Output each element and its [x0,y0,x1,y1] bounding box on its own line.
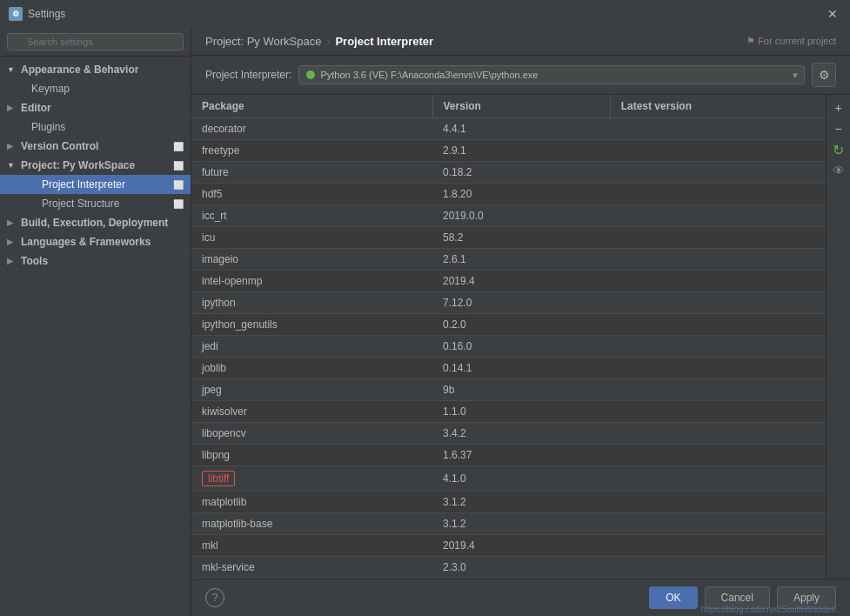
sidebar-item-label: Appearance & Behavior [21,64,184,76]
arrow-icon: ▶ [7,142,17,151]
col-version: Version [432,95,610,118]
table-wrapper[interactable]: Package Version Latest version decorator… [191,95,826,579]
package-version: 2.9.1 [432,140,610,162]
bottom-bar: ? OK Cancel Apply https://blog.csdn.net/… [191,579,850,616]
ok-button[interactable]: OK [649,586,697,609]
title-bar: ⚙ Settings ✕ [0,0,850,28]
arrow-icon: ▼ [7,65,17,74]
table-row[interactable]: intel-openmp2019.4 [191,271,826,292]
package-version: 7.12.0 [432,292,610,314]
table-row[interactable]: libpng1.6.37 [191,445,826,466]
package-version: 4.1.0 [432,466,610,492]
for-current-project-text: ⚑ For current project [746,36,836,47]
package-version: 2019.0.0 [432,205,610,227]
package-name: decorator [191,118,432,140]
table-row[interactable]: future0.18.2 [191,162,826,184]
sidebar-item-plugins[interactable]: Plugins [0,117,191,137]
for-current-project: ⚑ For current project [746,36,836,47]
main-content: Project: Py WorkSpace › Project Interpre… [191,28,850,616]
sidebar-item-label: Build, Execution, Deployment [21,217,184,229]
package-version: 2.3.0 [432,557,610,579]
package-version: 0.2.0 [432,314,610,336]
package-name: icu [191,227,432,249]
package-latest-version [610,401,826,423]
help-button[interactable]: ? [205,588,224,607]
table-row[interactable]: icu58.2 [191,227,826,249]
breadcrumb-separator: › [326,36,330,48]
sidebar-item-keymap[interactable]: Keymap [0,79,191,98]
package-latest-version [610,535,826,557]
eye-button[interactable]: 👁 [829,161,848,180]
highlighted-package-label: libtiff [202,471,235,486]
interpreter-select[interactable]: Python 3.6 (VE) F:\Anaconda3\envs\VE\pyt… [298,65,805,84]
sidebar: 🔍 ▼ Appearance & Behavior Keymap ▶ Edito… [0,28,191,616]
search-input[interactable] [7,33,184,50]
sidebar-item-appearance[interactable]: ▼ Appearance & Behavior [0,60,191,79]
table-row[interactable]: mkl-service2.3.0 [191,557,826,579]
table-area: Package Version Latest version decorator… [191,95,850,579]
content-area: 🔍 ▼ Appearance & Behavior Keymap ▶ Edito… [0,28,850,616]
sidebar-item-project[interactable]: ▼ Project: Py WorkSpace ⬜ [0,156,191,175]
breadcrumb-parent: Project: Py WorkSpace [205,35,321,48]
window-title: Settings [28,8,65,20]
package-version: 0.14.1 [432,358,610,379]
table-row[interactable]: ipython_genutils0.2.0 [191,314,826,336]
package-latest-version [610,513,826,535]
upgrade-package-button[interactable]: ↻ [829,140,848,159]
package-name: ipython [191,292,432,314]
table-row[interactable]: ipython7.12.0 [191,292,826,314]
table-row[interactable]: kiwisolver1.1.0 [191,401,826,423]
package-name: jedi [191,336,432,358]
table-row[interactable]: joblib0.14.1 [191,358,826,379]
sidebar-item-label: Tools [21,255,184,267]
interpreter-label: Project Interpreter: [205,69,291,81]
search-box: 🔍 [0,28,191,57]
package-latest-version [610,271,826,292]
sidebar-item-tools[interactable]: ▶ Tools [0,251,191,271]
table-row[interactable]: libtiff4.1.0 [191,466,826,492]
col-latest: Latest version [610,95,826,118]
arrow-icon: ▶ [7,218,17,227]
package-version: 4.4.1 [432,118,610,140]
table-row[interactable]: jedi0.16.0 [191,336,826,358]
package-version: 0.16.0 [432,336,610,358]
package-latest-version [610,205,826,227]
package-latest-version [610,162,826,184]
table-row[interactable]: matplotlib-base3.1.2 [191,513,826,535]
package-latest-version [610,445,826,466]
interpreter-settings-button[interactable]: ⚙ [812,63,836,87]
package-version: 0.18.2 [432,162,610,184]
sidebar-item-label: Project Structure [42,198,166,210]
watermark: https://blog.csdn.net/SouthWooden [701,605,836,614]
sidebar-item-project-structure[interactable]: Project Structure ⬜ [0,194,191,213]
package-name: libopencv [191,423,432,445]
package-name: joblib [191,358,432,379]
add-package-button[interactable]: + [829,98,848,117]
table-row[interactable]: decorator4.4.1 [191,118,826,140]
table-row[interactable]: hdf51.8.20 [191,184,826,205]
package-latest-version [610,379,826,401]
table-row[interactable]: matplotlib3.1.2 [191,492,826,513]
table-row[interactable]: mkl2019.4 [191,535,826,557]
table-row[interactable]: freetype2.9.1 [191,140,826,162]
sidebar-item-version-control[interactable]: ▶ Version Control ⬜ [0,137,191,156]
table-row[interactable]: icc_rt2019.0.0 [191,205,826,227]
remove-package-button[interactable]: − [829,119,848,138]
table-row[interactable]: libopencv3.4.2 [191,423,826,445]
arrow-icon: ▼ [7,161,17,170]
sidebar-item-project-interpreter[interactable]: Project Interpreter ⬜ [0,175,191,194]
sidebar-item-build[interactable]: ▶ Build, Execution, Deployment [0,213,191,232]
sidebar-item-label: Project: Py WorkSpace [21,159,166,171]
sidebar-item-label: Editor [21,102,184,114]
sidebar-item-editor[interactable]: ▶ Editor [0,98,191,117]
package-name: future [191,162,432,184]
package-name: imageio [191,249,432,271]
package-name: freetype [191,140,432,162]
sidebar-item-languages[interactable]: ▶ Languages & Frameworks [0,232,191,251]
table-row[interactable]: jpeg9b [191,379,826,401]
package-latest-version [610,249,826,271]
title-bar-left: ⚙ Settings [9,7,65,21]
table-row[interactable]: imageio2.6.1 [191,249,826,271]
package-table: Package Version Latest version decorator… [191,95,826,579]
close-button[interactable]: ✕ [824,5,841,23]
